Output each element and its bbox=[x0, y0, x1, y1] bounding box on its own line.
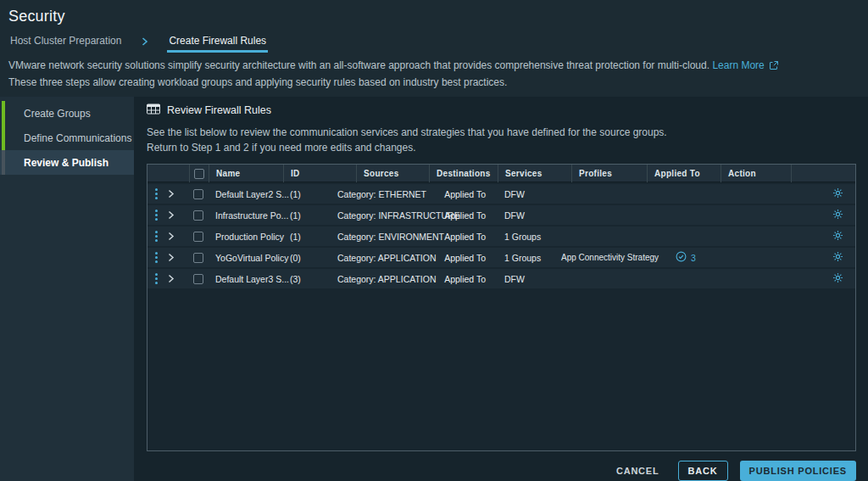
row-profile-name: App Connectivity Strategy bbox=[554, 253, 647, 262]
row-controls-cell bbox=[147, 252, 189, 263]
main-panel: Review Firewall Rules See the list below… bbox=[134, 97, 868, 481]
panel-title: Review Firewall Rules bbox=[167, 104, 271, 116]
table-body: Default Layer2 S...(1)Category: ETHERNET… bbox=[147, 182, 855, 288]
row-applied-to-label: Applied To bbox=[429, 253, 498, 263]
row-name: Production Policy bbox=[209, 232, 283, 242]
chevron-right-icon[interactable] bbox=[167, 274, 175, 283]
footer-actions: CANCEL BACK PUBLISH POLICIES bbox=[147, 451, 856, 481]
header-checkbox-cell bbox=[189, 165, 209, 182]
gear-icon[interactable] bbox=[832, 230, 843, 243]
chevron-right-icon[interactable] bbox=[167, 210, 175, 220]
row-checkbox[interactable] bbox=[193, 189, 203, 199]
select-all-checkbox[interactable] bbox=[194, 169, 204, 179]
back-button[interactable]: BACK bbox=[678, 461, 728, 481]
row-name: Infrastructure Po... bbox=[209, 210, 283, 221]
row-sources-category: Category: INFRASTRUCTURE bbox=[331, 210, 429, 221]
row-controls-cell bbox=[147, 273, 189, 284]
table-row: Production Policy(1)Category: ENVIRONMEN… bbox=[147, 227, 855, 246]
row-groups-link[interactable]: 1 Groups bbox=[498, 232, 571, 242]
column-header-id: ID bbox=[283, 165, 356, 182]
sidebar-step-define-communications[interactable]: Define Communications bbox=[0, 126, 134, 150]
breadcrumb-chevron-icon bbox=[142, 37, 148, 53]
learn-more-link[interactable]: Learn More bbox=[712, 59, 764, 71]
column-header-sources: Sources bbox=[356, 165, 429, 182]
table-header-row: NameIDSourcesDestinationsServicesProfile… bbox=[147, 165, 855, 182]
intro-line-2: These three steps allow creating workloa… bbox=[8, 75, 860, 90]
row-sources-category: Category: ENVIRONMENT bbox=[331, 232, 429, 242]
table-row: Default Layer3 S...(3)Category: APPLICAT… bbox=[147, 269, 855, 288]
gear-icon[interactable] bbox=[832, 272, 843, 285]
kebab-menu-icon[interactable] bbox=[155, 252, 158, 263]
gear-icon[interactable] bbox=[832, 187, 843, 200]
row-controls-cell bbox=[147, 188, 189, 199]
row-sources-category: Category: ETHERNET bbox=[331, 189, 429, 199]
table-row: YoGoVirtual Policy(0)Category: APPLICATI… bbox=[147, 248, 855, 267]
row-controls-cell bbox=[147, 210, 189, 221]
row-name: YoGoVirtual Policy bbox=[209, 253, 283, 263]
row-checkbox-cell bbox=[189, 253, 209, 263]
panel-header: Review Firewall Rules bbox=[147, 103, 856, 117]
tab-bar: Host Cluster PreparationCreate Firewall … bbox=[8, 31, 860, 53]
row-settings-cell bbox=[791, 272, 855, 285]
column-header-name: Name bbox=[209, 165, 283, 182]
column-header-services: Services bbox=[498, 165, 571, 182]
row-checkbox[interactable] bbox=[193, 210, 203, 221]
tab-create-firewall-rules[interactable]: Create Firewall Rules bbox=[167, 31, 268, 53]
chevron-right-icon[interactable] bbox=[167, 253, 175, 262]
cancel-button[interactable]: CANCEL bbox=[609, 461, 666, 480]
row-sources-category: Category: APPLICATION bbox=[331, 274, 429, 284]
row-checkbox-cell bbox=[189, 232, 209, 242]
row-applied-to-label: Applied To bbox=[429, 232, 498, 242]
row-applied-badge-cell: 3 bbox=[647, 251, 721, 264]
column-header-profiles: Profiles bbox=[571, 165, 647, 182]
gear-icon[interactable] bbox=[832, 251, 843, 264]
chevron-right-icon[interactable] bbox=[167, 232, 175, 241]
kebab-menu-icon[interactable] bbox=[155, 210, 158, 221]
firewall-rules-table-icon bbox=[147, 103, 160, 117]
intro-line-1: VMware network security solutions simpli… bbox=[8, 58, 860, 75]
row-checkbox[interactable] bbox=[193, 274, 203, 284]
row-checkbox-cell bbox=[189, 274, 209, 284]
gear-icon[interactable] bbox=[832, 209, 843, 221]
row-settings-cell bbox=[791, 251, 855, 264]
sidebar-step-create-groups[interactable]: Create Groups bbox=[0, 101, 134, 126]
steps-sidebar: Create GroupsDefine CommunicationsReview… bbox=[0, 97, 134, 481]
kebab-menu-icon[interactable] bbox=[155, 273, 158, 284]
chevron-right-icon[interactable] bbox=[167, 189, 175, 199]
row-settings-cell bbox=[791, 230, 855, 243]
row-sources-category: Category: APPLICATION bbox=[331, 253, 429, 263]
table-row: Default Layer2 S...(1)Category: ETHERNET… bbox=[147, 184, 855, 204]
kebab-menu-icon[interactable] bbox=[155, 188, 158, 199]
app-window: Security Host Cluster PreparationCreate … bbox=[0, 0, 868, 481]
column-header-applied-to: Applied To bbox=[647, 165, 721, 182]
column-header-destinations: Destinations bbox=[429, 165, 498, 182]
top-header: Security Host Cluster PreparationCreate … bbox=[0, 0, 868, 97]
row-name: Default Layer3 S... bbox=[209, 274, 283, 284]
intro-text: VMware network security solutions simpli… bbox=[8, 58, 860, 97]
kebab-menu-icon[interactable] bbox=[155, 231, 158, 242]
check-circle-icon bbox=[676, 251, 687, 264]
row-checkbox-cell bbox=[189, 189, 209, 199]
row-applied-to-label: Applied To bbox=[429, 274, 498, 284]
panel-desc-line-2: Return to Step 1 and 2 if you need more … bbox=[147, 140, 856, 155]
row-controls-cell bbox=[147, 231, 189, 242]
tab-host-cluster-preparation[interactable]: Host Cluster Preparation bbox=[8, 31, 123, 53]
row-checkbox[interactable] bbox=[193, 232, 203, 242]
column-header-empty bbox=[791, 165, 855, 182]
row-checkbox-cell bbox=[189, 210, 209, 221]
external-link-icon[interactable] bbox=[769, 59, 779, 75]
column-header-action: Action bbox=[721, 165, 791, 182]
panel-description: See the list below to review the communi… bbox=[147, 125, 856, 155]
row-services-value: DFW bbox=[498, 210, 571, 221]
firewall-rules-table: NameIDSourcesDestinationsServicesProfile… bbox=[147, 164, 856, 451]
row-settings-cell bbox=[791, 209, 855, 221]
panel-desc-line-1: See the list below to review the communi… bbox=[147, 125, 856, 140]
row-applied-to-label: Applied To bbox=[429, 210, 498, 221]
table-row: Infrastructure Po...(1)Category: INFRAST… bbox=[147, 205, 855, 225]
sidebar-step-review-publish[interactable]: Review & Publish bbox=[0, 150, 134, 175]
row-name: Default Layer2 S... bbox=[209, 189, 283, 199]
badge-count: 3 bbox=[691, 253, 696, 263]
publish-policies-button[interactable]: PUBLISH POLICIES bbox=[740, 461, 856, 481]
row-services-value: DFW bbox=[498, 274, 571, 284]
row-checkbox[interactable] bbox=[193, 253, 203, 263]
